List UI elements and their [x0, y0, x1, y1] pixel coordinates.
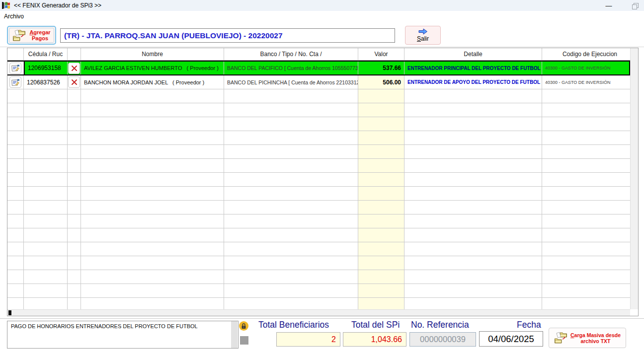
agregar-pagos-button[interactable]: AgregarPagos — [7, 26, 56, 45]
nombre-cell — [81, 228, 224, 242]
gray-indicator-square[interactable] — [240, 336, 248, 345]
banco-cell: BANCO DEL PACIFICO [ Cuenta de Ahorros 1… — [224, 62, 358, 74]
edit-icon — [11, 64, 20, 72]
codigo-cell — [542, 159, 630, 172]
delete-row-cell — [68, 145, 81, 158]
edit-row-button[interactable] — [9, 76, 21, 88]
table-row-empty — [7, 270, 630, 284]
delete-row-button[interactable] — [68, 63, 80, 74]
cedula-cell — [24, 117, 68, 131]
codigo-cell — [542, 242, 630, 256]
cedula-cell — [24, 298, 68, 309]
banco-cell — [224, 270, 358, 283]
delete-row-cell — [68, 214, 81, 228]
detalle-cell — [404, 284, 542, 297]
valor-cell — [358, 131, 404, 144]
salir-label: Salir — [417, 35, 429, 42]
footer-separator — [0, 318, 644, 319]
cedula-cell — [24, 270, 68, 283]
banco-cell — [224, 103, 358, 117]
nombre-cell — [81, 117, 224, 131]
nombre-cell — [81, 145, 224, 158]
banco-cell — [224, 242, 358, 256]
nombre-cell — [81, 159, 224, 172]
delete-row-cell — [68, 89, 81, 103]
cedula-cell — [24, 173, 68, 186]
edit-row-cell — [7, 242, 24, 256]
delete-row-cell — [68, 228, 81, 242]
valor-cell — [358, 242, 404, 256]
banco-cell — [224, 228, 358, 242]
codigo-cell — [542, 298, 630, 309]
menubar: Archivo — [0, 11, 644, 22]
fecha-field[interactable]: 04/06/2025 — [479, 331, 543, 347]
table-row-empty — [7, 117, 630, 131]
nombre-cell — [81, 103, 224, 117]
edit-row-cell — [7, 75, 24, 89]
app-window: << FENIX Generador de SPi3 >> — Archivo — [0, 0, 644, 354]
valor-cell — [358, 187, 404, 200]
payments-grid: Cédula / Ruc Nombre Banco / Tipo / No. C… — [7, 48, 639, 316]
toolbar: AgregarPagos (TR) - JTA. PARROQ.SAN JUAN… — [0, 22, 644, 47]
nombre-cell — [81, 201, 224, 214]
codigo-cell: 40300 - GASTO DE INVERSIÓN — [542, 75, 630, 89]
edit-row-button[interactable] — [9, 63, 21, 74]
edit-icon — [11, 78, 20, 86]
cedula-cell — [24, 89, 68, 103]
delete-row-button[interactable] — [68, 76, 80, 88]
nombre-cell: BANCHON MORA JORDAN JOEL ( Proveedor ) — [81, 75, 224, 89]
grid-horizontal-scrollbar[interactable] — [7, 309, 630, 316]
detalle-cell — [404, 242, 542, 256]
entity-title-field[interactable]: (TR) - JTA. PARROQ.SAN JUAN (PUEBLOVIEJO… — [60, 28, 395, 43]
table-row-empty — [7, 201, 630, 214]
restore-icon — [632, 3, 638, 8]
banco-cell — [224, 131, 358, 144]
delete-row-cell — [68, 256, 81, 270]
edit-row-cell — [7, 145, 24, 158]
banco-cell — [224, 201, 358, 214]
nombre-cell — [81, 131, 224, 144]
edit-row-cell — [7, 89, 24, 103]
edit-row-cell — [7, 256, 24, 270]
table-row-empty — [7, 145, 630, 159]
carga-masiva-button[interactable]: Carga Masiva desdearchivo TXT — [549, 328, 626, 348]
banco-cell — [224, 173, 358, 186]
delete-row-cell — [68, 159, 81, 172]
banco-cell — [224, 159, 358, 172]
table-row[interactable]: 1206837526BANCHON MORA JORDAN JOEL ( Pro… — [7, 75, 630, 89]
edit-row-cell — [7, 173, 24, 186]
delete-x-icon — [71, 79, 78, 85]
detalle-cell — [404, 270, 542, 283]
cedula-cell — [24, 228, 68, 242]
nombre-cell — [81, 187, 224, 200]
codigo-cell — [542, 89, 630, 103]
grid-vertical-scrollbar[interactable] — [630, 48, 638, 309]
table-row[interactable]: 1206953158AVILEZ GARCIA ESTIVEN HUMBERTO… — [7, 61, 630, 75]
header-valor: Valor — [358, 48, 404, 61]
cedula-cell — [24, 242, 68, 256]
detalle-cell — [404, 187, 542, 200]
banco-cell — [224, 256, 358, 270]
concept-textarea[interactable]: PAGO DE HONORARIOS ENTRENADORES DEL PROY… — [7, 321, 239, 349]
focus-rect — [9, 28, 54, 43]
cedula-cell — [24, 284, 68, 297]
minimize-button[interactable]: — — [600, 0, 617, 11]
referencia-field: 0000000039 — [409, 332, 476, 347]
detalle-cell — [404, 298, 542, 309]
detalle-cell — [404, 159, 542, 172]
table-row-empty — [7, 103, 630, 117]
detalle-cell — [404, 214, 542, 228]
grid-header: Cédula / Ruc Nombre Banco / Tipo / No. C… — [7, 48, 638, 61]
codigo-cell: 40300 - GASTO DE INVERSIÓN — [542, 62, 630, 74]
valor-cell — [358, 298, 404, 309]
cedula-cell — [24, 214, 68, 228]
concept-scrollbar[interactable] — [231, 321, 238, 348]
hscroll-thumb[interactable] — [8, 310, 11, 315]
banco-cell — [224, 214, 358, 228]
salir-button[interactable]: Salir — [405, 26, 441, 45]
restore-button[interactable] — [625, 0, 644, 11]
detalle-cell — [404, 228, 542, 242]
valor-cell — [358, 159, 404, 172]
menu-archivo[interactable]: Archivo — [0, 13, 28, 20]
edit-row-cell — [7, 284, 24, 297]
